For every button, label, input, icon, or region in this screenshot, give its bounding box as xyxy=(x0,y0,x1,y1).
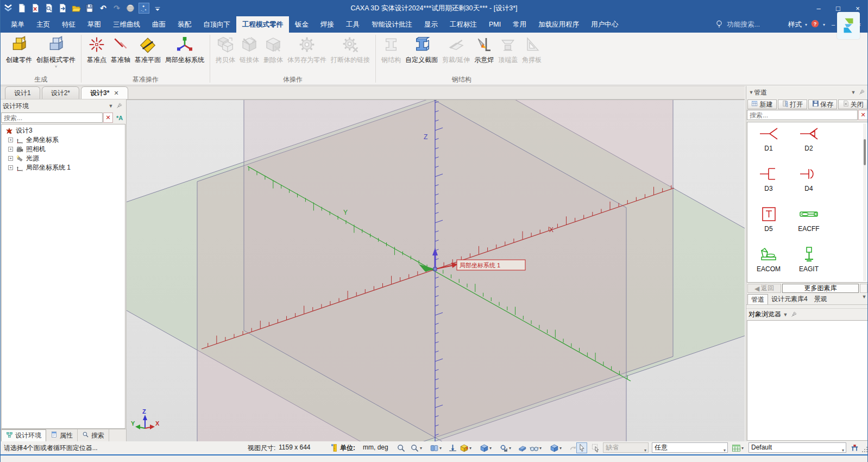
panel-tab-搜索[interactable]: 搜索 xyxy=(78,429,109,441)
library-item-D5[interactable]: D5 xyxy=(750,206,788,233)
menu-tab-PMI[interactable]: PMI xyxy=(483,16,507,33)
document-tab-设计1[interactable]: 设计1 xyxy=(5,86,40,99)
tree-expand-icon[interactable]: + xyxy=(8,138,13,142)
menu-tab-菜单[interactable]: 菜单 xyxy=(5,16,30,33)
library-item-D1[interactable]: D1 xyxy=(750,126,788,152)
catalog-保存-button[interactable]: 保存 xyxy=(808,99,838,109)
panel-tab-属性[interactable]: 属性 xyxy=(46,429,78,441)
tree-expand-icon[interactable]: + xyxy=(8,165,13,170)
section-slab-icon[interactable] xyxy=(517,442,527,453)
catalog-scrollbar-thumb[interactable] xyxy=(864,139,866,165)
library-tabs-caret-icon[interactable]: ▼ xyxy=(860,294,868,304)
more-libraries-button[interactable]: 更多图素库 xyxy=(782,284,859,293)
dropdown-caret-icon[interactable]: ˅ xyxy=(55,65,58,69)
left-panel-pin-icon[interactable] xyxy=(115,102,124,110)
render-mode-icon[interactable] xyxy=(458,442,469,453)
help-caret-icon[interactable]: ▾ xyxy=(823,22,825,27)
menu-tab-自顶向下[interactable]: 自顶向下 xyxy=(197,16,236,33)
document-tab-设计2*[interactable]: 设计2* xyxy=(42,86,79,99)
library-item-EACFF[interactable]: EACFF xyxy=(790,206,828,233)
style-caret-icon[interactable]: ▾ xyxy=(805,22,807,27)
render-style-combo[interactable]: Default▾ xyxy=(749,442,846,453)
menu-tab-主页[interactable]: 主页 xyxy=(30,16,56,33)
shade-mode-icon[interactable] xyxy=(479,442,489,453)
panel-tab-设计环境[interactable]: 设计环境 xyxy=(1,429,46,441)
catalog-back-button[interactable]: ◀返回 xyxy=(747,284,781,293)
catalog-关闭-button[interactable]: 关闭 xyxy=(838,99,867,109)
tree-item-光源[interactable]: +光源 xyxy=(2,154,125,163)
document-tab-设计3*[interactable]: 设计3*✕ xyxy=(81,86,128,99)
menu-tab-用户中心[interactable]: 用户中心 xyxy=(585,16,624,33)
shade-mode-icon-caret[interactable]: ▾ xyxy=(489,446,492,451)
catalog-新建-button[interactable]: 新建 xyxy=(747,99,777,109)
menu-tab-工具[interactable]: 工具 xyxy=(340,16,366,33)
visibility-glasses-icon-caret[interactable]: ▾ xyxy=(539,446,542,451)
library-item-D3[interactable]: D3 xyxy=(750,166,788,192)
zoom-tool-icon[interactable] xyxy=(395,442,406,453)
ribbon-button-局部坐标系统[interactable]: 局部坐标系统 xyxy=(163,33,206,65)
autosave-icon-caret[interactable]: ▾ xyxy=(509,446,511,451)
menu-tab-工程标注[interactable]: 工程标注 xyxy=(444,16,483,33)
library-tab-管道[interactable]: 管道 xyxy=(747,294,768,304)
catalog-pin-icon[interactable] xyxy=(858,89,866,96)
ribbon-button-自定义截面[interactable]: 自定义截面 xyxy=(403,33,440,65)
viewport-3d[interactable]: XYZ局部坐标系统 1ZYX xyxy=(127,99,745,441)
menu-tab-显示[interactable]: 显示 xyxy=(418,16,444,33)
catalog-scrollbar[interactable] xyxy=(863,123,866,281)
menu-tab-工程模式零件[interactable]: 工程模式零件 xyxy=(236,16,289,33)
minimize-button[interactable]: – xyxy=(809,0,828,16)
component-icon[interactable] xyxy=(849,442,860,453)
tree-expand-icon[interactable]: + xyxy=(8,156,13,161)
library-item-EAGIT[interactable]: EAGIT xyxy=(790,246,828,273)
menu-tab-焊接[interactable]: 焊接 xyxy=(315,16,340,33)
zoom-options-icon-caret[interactable]: ▾ xyxy=(420,446,422,451)
multi-view-icon-caret[interactable]: ▾ xyxy=(439,446,442,451)
menu-tab-钣金[interactable]: 钣金 xyxy=(289,16,315,33)
catalog-search-clear-icon[interactable]: ✕ xyxy=(858,110,868,120)
ribbon-button-示意焊[interactable]: 示意焊 xyxy=(472,33,496,65)
menu-tab-智能设计批注[interactable]: 智能设计批注 xyxy=(366,16,418,33)
resize-grip[interactable] xyxy=(862,447,867,452)
tree-search-clear-icon[interactable]: ✕ xyxy=(103,113,113,123)
any-combo[interactable]: 任意▾ xyxy=(652,442,728,453)
catalog-collapse-icon[interactable]: ▼ xyxy=(849,90,858,95)
box-select-icon[interactable] xyxy=(590,442,601,453)
function-search[interactable]: 功能搜索... xyxy=(727,20,760,29)
menu-tab-特征[interactable]: 特征 xyxy=(56,16,81,33)
catalog-extra-button[interactable] xyxy=(860,284,867,293)
sheet-icon[interactable] xyxy=(731,442,741,453)
menu-tab-加载应用程序[interactable]: 加载应用程序 xyxy=(532,16,585,33)
menu-tab-装配[interactable]: 装配 xyxy=(172,16,197,33)
sheet-icon-caret[interactable]: ▾ xyxy=(741,446,744,451)
tab-close-icon[interactable]: ✕ xyxy=(114,87,118,99)
tree-expand-icon[interactable]: + xyxy=(8,147,13,152)
object-browser-pin-icon[interactable] xyxy=(790,311,798,319)
tree-search-input[interactable] xyxy=(1,113,103,123)
autosave-icon[interactable] xyxy=(498,442,509,453)
ribbon-button-基准轴[interactable]: 基准轴 xyxy=(109,33,133,65)
view-normal-icon[interactable] xyxy=(447,442,458,453)
tree-item-全局坐标系[interactable]: +全局坐标系 xyxy=(2,135,125,145)
left-panel-collapse-icon[interactable]: ▼ xyxy=(106,103,115,109)
ribbon-button-创新模式零件[interactable]: 创新模式零件˅ xyxy=(34,33,78,69)
display-cube-icon-caret[interactable]: ▾ xyxy=(559,446,562,451)
menu-tab-曲面[interactable]: 曲面 xyxy=(146,16,172,33)
help-icon[interactable]: ? xyxy=(810,19,820,30)
style-menu[interactable]: 样式 xyxy=(788,20,802,29)
select-cursor-icon[interactable] xyxy=(576,442,587,453)
menu-tab-三维曲线[interactable]: 三维曲线 xyxy=(107,16,146,33)
render-mode-icon-caret[interactable]: ▾ xyxy=(469,446,471,451)
library-tab-设计元素库4[interactable]: 设计元素库4 xyxy=(768,294,811,304)
display-cube-icon[interactable] xyxy=(549,442,559,453)
ribbon-button-基准平面[interactable]: 基准平面 xyxy=(133,33,163,65)
visibility-glasses-icon[interactable] xyxy=(529,442,539,453)
tree-item-设计3[interactable]: 设计3 xyxy=(2,126,125,135)
multi-view-icon[interactable] xyxy=(429,442,439,453)
ribbon-button-创建零件[interactable]: 创建零件 xyxy=(4,33,34,65)
object-browser-collapse-icon[interactable]: ▼ xyxy=(781,312,790,317)
catalog-search-input[interactable] xyxy=(747,110,858,120)
catalog-打开-button[interactable]: 打开 xyxy=(778,99,807,109)
library-tab-景观[interactable]: 景观 xyxy=(811,294,831,304)
library-item-D4[interactable]: D4 xyxy=(790,166,828,192)
ribbon-button-基准点[interactable]: 基准点 xyxy=(85,33,109,65)
